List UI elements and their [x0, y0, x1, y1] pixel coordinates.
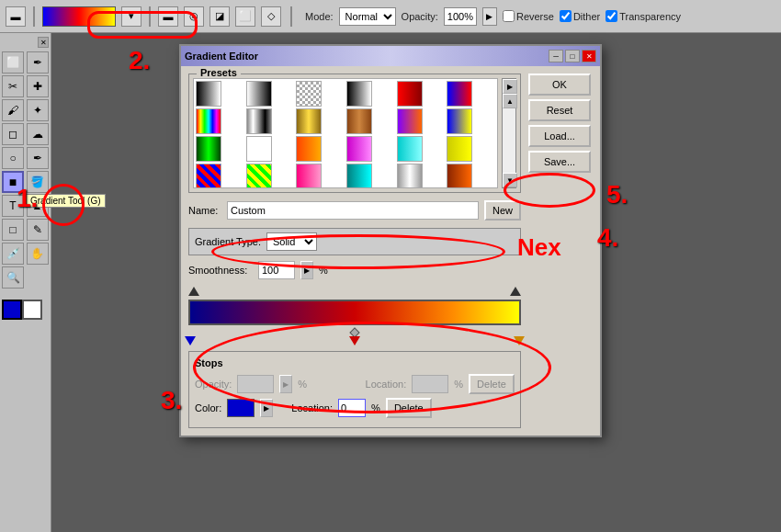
color-swatch-btn[interactable]: [227, 399, 255, 417]
stops-legend: Stops: [195, 357, 515, 368]
color-stop-blue[interactable]: [185, 336, 196, 345]
opacity-stop[interactable]: [510, 287, 521, 296]
brush-tool-btn[interactable]: 🖌: [2, 99, 24, 121]
marquee-tool-btn[interactable]: ⬜: [2, 51, 24, 74]
reverse-checkbox[interactable]: [503, 10, 515, 22]
load-button[interactable]: Load...: [528, 125, 591, 147]
preset-swatch[interactable]: [447, 108, 472, 134]
scroll-down-btn[interactable]: ▼: [503, 173, 517, 187]
path-select-btn[interactable]: ▲: [27, 195, 49, 217]
preset-swatch[interactable]: [397, 108, 423, 134]
opacity-stop[interactable]: [188, 287, 199, 296]
preset-swatch[interactable]: [346, 81, 372, 107]
shape-tool-btn[interactable]: □: [2, 219, 24, 241]
preset-swatch[interactable]: [246, 164, 272, 188]
opacity-stop-input[interactable]: [237, 375, 274, 393]
opacity-step-btn[interactable]: ▶: [279, 375, 292, 393]
smudge-tool-btn[interactable]: ☁: [27, 123, 49, 145]
preset-swatch[interactable]: [447, 136, 472, 162]
toolbox-close-btn[interactable]: ✕: [38, 37, 49, 48]
gradient-type-select[interactable]: Solid Noise: [266, 232, 317, 251]
gradient-bar[interactable]: [188, 300, 521, 325]
color-stop-yellow[interactable]: [514, 336, 525, 345]
save-button[interactable]: Save...: [528, 151, 591, 173]
preset-swatch[interactable]: [397, 81, 423, 107]
smoothness-step-btn[interactable]: ▶: [300, 261, 313, 279]
dialog-titlebar[interactable]: Gradient Editor ─ □ ✕: [181, 46, 600, 66]
transparency-checkbox[interactable]: [606, 10, 617, 22]
name-row: Name: New: [188, 200, 521, 221]
preset-swatch[interactable]: [346, 164, 372, 188]
eyedropper-tool-btn[interactable]: 💉: [2, 243, 24, 265]
dialog-maximize-btn[interactable]: □: [565, 50, 580, 62]
opacity-step-btn[interactable]: ▶: [482, 7, 497, 26]
mode-label: Mode:: [305, 11, 334, 22]
preset-swatch[interactable]: [447, 164, 472, 188]
dialog-minimize-btn[interactable]: ─: [549, 50, 563, 62]
preset-swatch[interactable]: [196, 81, 221, 107]
crop-tool-btn[interactable]: ✂: [2, 75, 24, 97]
notes-tool-btn[interactable]: ✎: [27, 219, 49, 241]
preset-swatch[interactable]: [346, 108, 372, 134]
dialog-close-btn[interactable]: ✕: [582, 50, 596, 62]
scroll-up-btn[interactable]: ▲: [503, 94, 517, 108]
preset-swatch[interactable]: [196, 108, 221, 134]
gradient-tool-btn[interactable]: ■ Gradient Tool (G): [2, 171, 24, 193]
preset-swatch[interactable]: [296, 81, 322, 107]
text-tool-btn[interactable]: T: [2, 195, 24, 217]
dither-checkbox[interactable]: [560, 10, 572, 22]
dodge-tool-btn[interactable]: ○: [2, 147, 24, 169]
preset-swatch[interactable]: [196, 164, 221, 188]
preset-swatch[interactable]: [196, 136, 221, 162]
zoom-tool-btn[interactable]: 🔍: [2, 266, 24, 289]
color-location-input[interactable]: [338, 399, 366, 417]
ok-button[interactable]: OK: [528, 74, 591, 96]
clone-tool-btn[interactable]: ✦: [27, 99, 49, 121]
toolbar-options-btn[interactable]: ▬: [6, 6, 26, 27]
lasso-tool-btn[interactable]: ✒: [27, 51, 49, 74]
opacity-delete-btn[interactable]: Delete: [469, 374, 515, 394]
name-label: Name:: [188, 205, 221, 216]
presets-expand-btn[interactable]: ▶: [503, 79, 517, 94]
transparency-check-label[interactable]: Transparency: [606, 10, 681, 22]
preset-swatch[interactable]: [296, 108, 322, 134]
opacity-pct-label: %: [298, 379, 307, 390]
preset-swatch[interactable]: [397, 164, 423, 188]
paint-bucket-btn[interactable]: 🪣: [27, 171, 49, 193]
preset-swatch[interactable]: [246, 136, 272, 162]
toolbar-gradient-preview[interactable]: [42, 6, 116, 27]
smoothness-input[interactable]: [258, 261, 295, 279]
pen-tool-btn[interactable]: ✒: [27, 147, 49, 169]
radial-gradient-btn[interactable]: ◎: [184, 6, 204, 27]
preset-swatch[interactable]: [246, 81, 272, 107]
angle-gradient-btn[interactable]: ◪: [209, 6, 230, 27]
name-input[interactable]: [227, 201, 479, 220]
hand-tool-btn[interactable]: ✋: [27, 243, 49, 265]
reset-button[interactable]: Reset: [528, 99, 591, 121]
linear-gradient-btn[interactable]: ▬: [158, 6, 178, 27]
healing-tool-btn[interactable]: ✚: [27, 75, 49, 97]
preset-swatch[interactable]: [296, 164, 322, 188]
reflected-gradient-btn[interactable]: ⬜: [235, 6, 255, 27]
preset-swatch[interactable]: [346, 136, 372, 162]
preset-swatch[interactable]: [296, 136, 322, 162]
smoothness-label: Smoothness:: [188, 265, 253, 276]
new-button[interactable]: New: [484, 200, 521, 221]
reverse-check-label[interactable]: Reverse: [503, 10, 554, 22]
diamond-gradient-btn[interactable]: ◇: [261, 6, 281, 27]
preset-swatch[interactable]: [397, 136, 423, 162]
mode-select[interactable]: Normal: [339, 7, 396, 26]
dither-check-label[interactable]: Dither: [560, 10, 600, 22]
toolbar-expand-btn[interactable]: ▾: [121, 6, 141, 27]
color-delete-btn[interactable]: Delete: [386, 398, 432, 418]
location-stop-input[interactable]: [412, 375, 448, 393]
preset-swatch[interactable]: [447, 81, 472, 107]
eraser-tool-btn[interactable]: ◻: [2, 123, 24, 145]
color-arrow-btn[interactable]: ▶: [260, 399, 273, 417]
color-stop-red[interactable]: [349, 336, 360, 345]
opacity-value[interactable]: 100%: [444, 7, 477, 26]
foreground-color-swatch[interactable]: [2, 300, 22, 320]
preset-swatch[interactable]: [246, 108, 272, 134]
background-color-swatch[interactable]: [22, 300, 42, 320]
gradient-type-label: Gradient Type:: [195, 236, 261, 247]
